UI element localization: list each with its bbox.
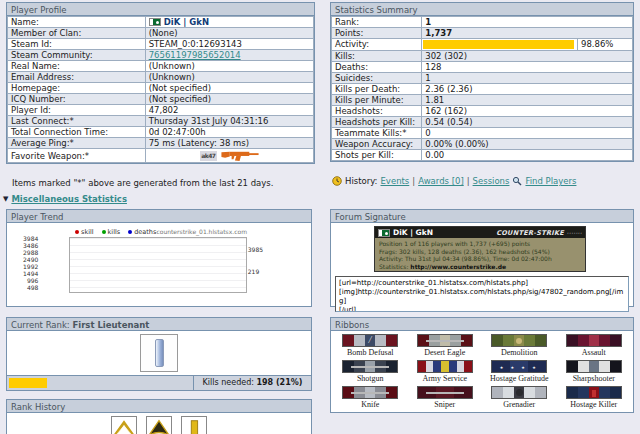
profile-value: STEAM_0:0:12693143 bbox=[145, 39, 313, 50]
emblem-overlay-icon bbox=[516, 338, 522, 344]
y-axis-tick: 3984 bbox=[23, 235, 38, 242]
rank-insignia-box bbox=[111, 416, 137, 434]
history-link-awards[interactable]: Awards [0] bbox=[418, 176, 464, 186]
weapon-name-badge: ak47 bbox=[200, 151, 216, 161]
ribbon-label: Shotgun bbox=[333, 374, 408, 383]
y-axis-tick: 3486 bbox=[23, 242, 38, 249]
profile-row: Steam Id:STEAM_0:0:12693143 bbox=[8, 39, 314, 50]
rank-progress-track bbox=[7, 376, 193, 390]
pakistan-flag-icon bbox=[149, 18, 161, 26]
ribbon-knife bbox=[342, 386, 398, 399]
stats-row: Kills:302 (302) bbox=[332, 50, 633, 61]
ribbon-label: Desert Eagle bbox=[408, 348, 483, 357]
profile-value: (Not specified) bbox=[145, 94, 313, 105]
forum-signature-panel: Forum Signature DiK | GkN COUNTER-STRIKE… bbox=[330, 209, 634, 307]
player-trend-chart: skillkillsdeaths counterstrike_01.hlstat… bbox=[7, 223, 311, 307]
ribbon-cell: Army Service bbox=[408, 360, 483, 383]
y-axis-tick: 1494 bbox=[23, 270, 38, 277]
chevron-filled-rank-icon bbox=[147, 418, 171, 434]
stats-value: 1,737 bbox=[422, 28, 633, 39]
stats-label: Shots per Kill: bbox=[332, 149, 422, 160]
stats-value: 1.81 bbox=[422, 94, 633, 105]
ribbon-cell: Assault bbox=[557, 334, 632, 357]
profile-row: Total Connection Time:0d 02:47:00h bbox=[8, 127, 314, 138]
profile-label: Favorite Weapon:* bbox=[8, 149, 146, 163]
banner-line-statistics: Statistics: http://www.counterstrike.de bbox=[379, 263, 581, 271]
ribbon-label: Grenadier bbox=[482, 400, 557, 409]
banner-stats-url: http://www.counterstrike.de bbox=[410, 263, 506, 270]
ribbon-cell: Demolition bbox=[482, 334, 557, 357]
history-link-sessions[interactable]: Sessions bbox=[473, 176, 510, 186]
gold-bar-rank-icon bbox=[182, 418, 206, 434]
gridline bbox=[70, 287, 246, 288]
banner-line: Frags: 302 kills, 128 deaths (2.36), 162… bbox=[379, 248, 581, 256]
legend-item-kills: kills bbox=[102, 228, 121, 236]
player-trend-title: Player Trend bbox=[7, 210, 311, 223]
items-note: Items marked "*" above are generated fro… bbox=[12, 178, 273, 188]
stats-row: Kills per Minute:1.81 bbox=[332, 94, 633, 105]
weapon-overlay-icon bbox=[426, 392, 464, 394]
stats-value: 302 (302) bbox=[422, 50, 633, 61]
gridline bbox=[70, 252, 246, 253]
series-end-label: 3985 bbox=[248, 245, 263, 252]
stats-label: Kills per Minute: bbox=[332, 94, 422, 105]
profile-label: Average Ping:* bbox=[8, 138, 146, 149]
activity-bar-track bbox=[422, 39, 578, 50]
ribbon-label: Assault bbox=[557, 348, 632, 357]
pakistan-flag-icon bbox=[378, 229, 390, 237]
signature-banner-header: DiK | GkN COUNTER-STRIKE ······· bbox=[375, 227, 585, 238]
ribbon-label: Knife bbox=[333, 400, 408, 409]
stats-value: 0.00% (0.00%) bbox=[422, 138, 633, 149]
weapon-overlay-icon bbox=[351, 366, 389, 368]
rank-insignia-box bbox=[146, 416, 172, 434]
profile-value: (Unknown) bbox=[145, 61, 313, 72]
stats-value: 98.86% bbox=[422, 39, 633, 51]
history-link-events[interactable]: Events bbox=[381, 176, 410, 186]
profile-value: ak47 bbox=[145, 149, 313, 163]
skill-dot-icon bbox=[75, 230, 79, 234]
gridline bbox=[70, 280, 246, 281]
ribbon-cell: ★ ★ ★ ★Hostage Gratitude bbox=[482, 360, 557, 383]
rank-insignia-box bbox=[140, 334, 178, 372]
deaths-dot-icon bbox=[128, 230, 132, 234]
rank-progress-bar bbox=[9, 378, 47, 388]
signature-banner-text: Position 1 of 116 players with 1,737 (+6… bbox=[375, 238, 585, 271]
profile-row: Steam Community:76561197985652014 bbox=[8, 50, 314, 61]
stats-value: 0.54 (0.54) bbox=[422, 116, 633, 127]
ribbon-label: Sharpshooter bbox=[557, 374, 632, 383]
forum-signature-body: DiK | GkN COUNTER-STRIKE ······· Positio… bbox=[331, 223, 633, 307]
misc-statistics-link[interactable]: Miscellaneous Statistics bbox=[11, 194, 127, 204]
profile-row: ICQ Number:(Not specified) bbox=[8, 94, 314, 105]
gridline bbox=[70, 245, 246, 246]
ribbon-cell: Sharpshooter bbox=[557, 360, 632, 383]
rank-progress-row: Kills needed: 198 (21%) bbox=[7, 375, 311, 390]
profile-value: (Not specified) bbox=[145, 83, 313, 94]
stats-label: Kills per Death: bbox=[332, 83, 422, 94]
steam-community-link[interactable]: 76561197985652014 bbox=[149, 50, 241, 60]
rank-history-title: Rank History bbox=[7, 400, 311, 413]
current-rank-body bbox=[7, 331, 311, 375]
stats-row: Points:1,737 bbox=[332, 28, 633, 39]
stats-value: 1 bbox=[422, 72, 633, 83]
slash-overlay-icon: ⁄ bbox=[343, 335, 397, 346]
profile-value: (None) bbox=[145, 28, 313, 39]
stats-value: 128 bbox=[422, 61, 633, 72]
misc-statistics-row: ▼ Miscellaneous Statistics bbox=[3, 194, 127, 204]
triangle-down-icon: ▼ bbox=[3, 195, 8, 203]
ribbon-label: Army Service bbox=[408, 374, 483, 383]
banner-line: Activity: Thu 31st Jul 04:34 (98.86%), T… bbox=[379, 255, 581, 263]
find-players-link[interactable]: Find Players bbox=[525, 176, 576, 186]
stats-label: Kills: bbox=[332, 50, 422, 61]
y-axis-tick: 996 bbox=[27, 277, 38, 284]
circle-overlay-icon bbox=[516, 389, 523, 396]
profile-label: Name: bbox=[8, 17, 146, 28]
profile-label: ICQ Number: bbox=[8, 94, 146, 105]
ribbon-cell: Desert Eagle bbox=[408, 334, 483, 357]
stats-row: Weapon Accuracy:0.00% (0.00%) bbox=[332, 138, 633, 149]
kills-needed-text: Kills needed: 198 (21%) bbox=[193, 376, 311, 390]
ribbon-cell: ⁄Bomb Defusal bbox=[333, 334, 408, 357]
profile-label: Steam Community: bbox=[8, 50, 146, 61]
rank-history-panel: Rank History bbox=[6, 399, 312, 434]
bbcode-textarea[interactable]: [url=http://counterstrike_01.hlstatsx.co… bbox=[335, 276, 629, 312]
ribbon-sniper bbox=[417, 386, 473, 399]
